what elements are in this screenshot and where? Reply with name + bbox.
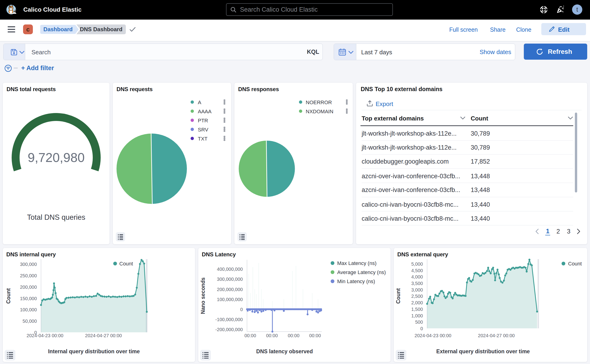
svg-text:Total DNS queries: Total DNS queries — [27, 213, 85, 221]
svg-text:DNS Dashboard: DNS Dashboard — [80, 26, 123, 32]
svg-text:9,720,980: 9,720,980 — [28, 150, 85, 165]
svg-text:Dashboard: Dashboard — [43, 26, 72, 32]
